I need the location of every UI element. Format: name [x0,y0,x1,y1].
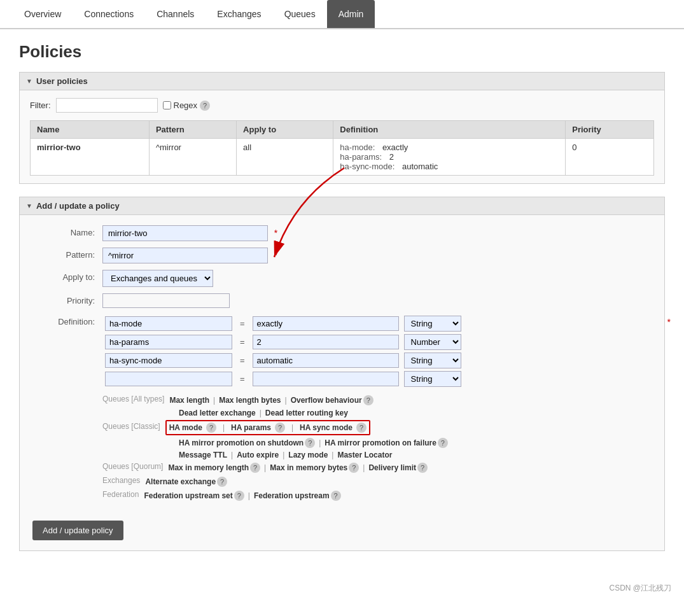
add-policy-form: Name: * Pattern: * Apply to: Exchanges a… [19,215,665,551]
pattern-wrap: * [102,248,652,263]
helper-lazy-mode[interactable]: Lazy mode [288,451,328,459]
definition-table: = StringNumberBooleanList = [102,314,464,388]
def-key-input-3[interactable] [105,372,232,386]
col-apply-to: Apply to [237,121,333,139]
definition-required: * [667,317,671,327]
regex-label: Regex ? [163,101,211,111]
page-content: Policies ▼ User policies Filter: Regex ? [0,29,684,577]
helper-delivery-limit[interactable]: Delivery limit [368,463,416,472]
col-name: Name [31,121,150,139]
def-val-input-1[interactable] [253,335,399,349]
equals-2: = [237,356,248,365]
add-policy-label: Add / update a policy [36,201,120,211]
def-val-input-0[interactable] [253,316,399,331]
helpers-federation: Federation Federation upstream set ? | F… [102,490,652,501]
main-nav: Overview Connections Channels Exchanges … [0,0,684,29]
fed-upstream-help[interactable]: ? [331,491,341,501]
col-pattern: Pattern [149,121,236,139]
ha-failure-help[interactable]: ? [438,438,448,448]
row-priority: 0 [566,139,654,176]
helper-ha-sync-mode[interactable]: HA sync mode [300,423,352,432]
user-policies-section: ▼ User policies Filter: Regex ? Name P [19,72,665,184]
nav-channels[interactable]: Channels [145,0,206,28]
add-policy-header[interactable]: ▼ Add / update a policy [19,197,665,215]
helper-dead-letter-routing[interactable]: Dead letter routing key [265,409,348,417]
priority-wrap [102,293,652,308]
equals-1: = [237,337,248,347]
apply-to-select[interactable]: Exchanges and queuesExchangesQueues [102,270,213,287]
priority-row: Priority: [32,293,652,308]
regex-text: Regex [174,101,198,110]
helper-max-length-bytes[interactable]: Max length bytes [219,396,281,405]
ha-sync-mode-help[interactable]: ? [356,423,366,433]
helpers-classic-row3: Message TTL | Auto expire | Lazy mode | … [179,451,652,459]
user-policies-header[interactable]: ▼ User policies [19,72,665,90]
helpers-classic-row2: HA mirror promotion on shutdown ? | HA m… [179,438,652,448]
helper-ha-mode[interactable]: HA mode [169,423,202,432]
def-val-input-2[interactable] [253,353,399,368]
collapse-arrow-icon: ▼ [26,78,32,85]
apply-to-row: Apply to: Exchanges and queuesExchangesQ… [32,270,652,287]
priority-input[interactable] [102,293,230,308]
row-definition: ha-mode: exactly ha-params: 2 ha-sync-mo… [333,139,566,176]
ha-mode-help[interactable]: ? [206,423,216,433]
helper-alternate-exchange[interactable]: Alternate exchange [145,477,216,486]
pattern-row: Pattern: * [32,248,652,263]
helper-ha-params[interactable]: HA params [231,423,271,432]
regex-help-badge[interactable]: ? [200,101,210,111]
add-policy-button[interactable]: Add / update policy [32,521,123,540]
helpers-queues-classic: Queues [Classic] HA mode ? | HA params ?… [102,420,652,435]
nav-connections[interactable]: Connections [73,0,145,28]
helper-master-locator[interactable]: Master Locator [337,451,392,459]
def-key-input-0[interactable] [105,316,232,331]
helper-message-ttl[interactable]: Message TTL [179,451,227,459]
helper-auto-expire[interactable]: Auto expire [237,451,279,459]
queues-all-label: Queues [All types] [102,395,164,403]
user-policies-body: Filter: Regex ? Name Pattern Apply to De… [19,90,665,184]
def-type-select-1[interactable]: StringNumberBooleanList [404,334,461,350]
watermark: CSDN @江北残刀 [0,577,684,600]
equals-0: = [237,319,248,328]
equals-3: = [237,374,248,384]
def-val-input-3[interactable] [253,372,399,386]
max-memory-bytes-help[interactable]: ? [349,463,359,473]
helper-max-in-memory-length[interactable]: Max in memory length [168,463,249,472]
helper-max-length[interactable]: Max length [169,396,209,405]
max-memory-length-help[interactable]: ? [250,463,260,473]
nav-overview[interactable]: Overview [13,0,73,28]
helper-federation-upstream-set[interactable]: Federation upstream set [144,491,232,500]
helper-ha-mirror-failure[interactable]: HA mirror promotion on failure [325,438,436,447]
helper-dead-letter-exchange[interactable]: Dead letter exchange [179,409,256,417]
row-pattern: ^mirror [149,139,236,176]
policies-table: Name Pattern Apply to Definition Priorit… [30,120,654,176]
nav-queues[interactable]: Queues [273,0,327,28]
def-type-select-0[interactable]: StringNumberBooleanList [404,316,461,332]
delivery-limit-help[interactable]: ? [417,463,428,473]
nav-admin[interactable]: Admin [327,0,375,28]
helper-max-in-memory-bytes[interactable]: Max in memory bytes [270,463,347,472]
ha-params-help[interactable]: ? [275,423,285,433]
helper-ha-mirror-shutdown[interactable]: HA mirror promotion on shutdown [179,438,304,447]
ha-shutdown-help[interactable]: ? [305,438,315,448]
name-row: Name: * [32,225,652,241]
def-type-select-2[interactable]: StringNumberBooleanList [404,353,461,368]
pattern-input[interactable] [102,248,268,263]
alt-exchange-help[interactable]: ? [217,477,227,487]
row-name: mirrior-two [37,143,81,152]
regex-checkbox[interactable] [163,101,171,109]
user-policies-label: User policies [36,76,88,86]
def-key-input-2[interactable] [105,353,232,368]
name-label: Name: [32,225,102,237]
federation-label: Federation [102,490,139,499]
helper-overflow[interactable]: Overflow behaviour [291,396,362,405]
name-input[interactable] [102,225,268,241]
overflow-help[interactable]: ? [363,395,373,405]
def-type-select-3[interactable]: StringNumberBooleanList [404,371,461,387]
def-key-input-1[interactable] [105,335,232,349]
helper-federation-upstream[interactable]: Federation upstream [254,491,330,500]
add-policy-arrow-icon: ▼ [26,202,32,209]
nav-exchanges[interactable]: Exchanges [206,0,272,28]
fed-upstream-set-help[interactable]: ? [234,491,244,501]
filter-input[interactable] [56,98,158,113]
pattern-label: Pattern: [32,248,102,260]
